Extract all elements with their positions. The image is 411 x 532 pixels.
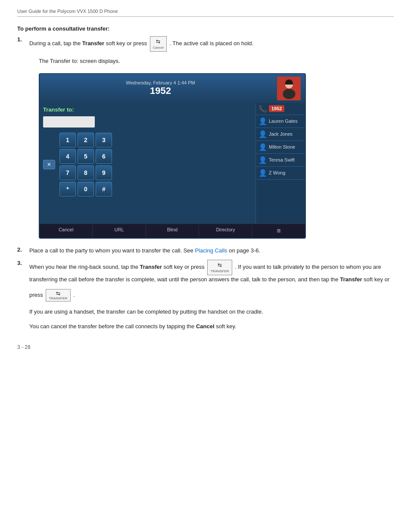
transfer-label: Transfer to: [43,106,252,113]
keypad-section: ✕ 123456789*0# [43,133,252,196]
transfer-btn-label-3: TRANSFER [49,296,67,300]
phone-datetime: Wednesday, February 4 1:44 PM [126,80,195,85]
svg-point-2 [283,89,295,99]
transfer-btn-label-2: TRANSFER [210,269,229,274]
step-1-num: 1. [17,36,29,43]
call-icon: 📞 [258,105,267,113]
main-content: To perform a consultative transfer: 1. D… [17,25,394,331]
contact-row-3[interactable]: 👤 Teresa Swift [256,154,305,167]
key-8[interactable]: 8 [78,165,94,180]
contact-name-1: Jack Jones [269,131,293,137]
phone-screen: Wednesday, February 4 1:44 PM 1952 [39,73,306,239]
step-2-text-main: Place a call to the party to whom you wa… [29,247,195,254]
placing-calls-link[interactable]: Placing Calls [195,247,227,254]
keypad-grid: 123456789*0# [59,133,112,196]
step-3: 3. When you hear the ring-back sound, ta… [17,260,394,284]
avatar-svg [278,78,300,99]
contact-row-1[interactable]: 👤 Jack Jones [256,128,305,141]
dial-input[interactable] [43,116,95,128]
contact-icon-3: 👤 [258,156,267,164]
key-9[interactable]: 9 [96,165,112,180]
step-3-before: When you hear the ring-back sound, tap t… [29,264,140,270]
para-2: You can cancel the transfer before the c… [29,322,394,331]
step-1-text-after: soft key or press [104,40,147,47]
active-call-num: 1952 [269,105,284,112]
step-2-num: 2. [17,246,29,253]
contact-name-2: Milton Stone [269,144,295,150]
active-call-row: 📞 1952 [256,103,305,115]
softkey-cancel[interactable]: Cancel [40,224,93,238]
key-7[interactable]: 7 [59,165,76,180]
para-2-bold: Cancel [196,323,215,330]
contact-name-0: Lauren Gates [269,118,298,124]
step-1-text-end: . The active call is placed on hold. [169,40,253,47]
key-*[interactable]: * [59,182,76,196]
softkey-blind[interactable]: Blind [146,224,199,238]
phone-body: Transfer to: ✕ 123456789*0# [40,103,305,224]
step-2-text2: on page 3-6. [227,247,261,254]
input-row [43,116,252,128]
section-title: To perform a consultative transfer: [17,25,394,32]
doc-header: User Guide for the Polycom VVX 1500 D Ph… [17,9,394,17]
phone-softkeys: Cancel URL Blind Directory ≡ [40,224,305,238]
contact-icon-1: 👤 [258,130,267,138]
phone-avatar [277,77,301,100]
phone-time: 1952 [150,85,171,96]
menu-icon: ≡ [277,227,280,234]
para-2-after: soft key. [215,323,237,330]
key-5[interactable]: 5 [78,149,94,164]
step-3-after: soft key or press [162,264,205,270]
phone-header: Wednesday, February 4 1:44 PM 1952 [40,74,305,103]
contact-name-4: Z Wong [269,170,285,176]
contact-icon-0: 👤 [258,117,267,125]
key-0[interactable]: 0 [78,182,94,196]
page-number: 3 - 28 [17,344,394,350]
contact-icon-4: 👤 [258,169,267,177]
contact-name-3: Teresa Swift [269,157,295,163]
key-4[interactable]: 4 [59,149,76,164]
para-2-before: You can cancel the transfer before the c… [29,323,196,330]
step-3-end: soft key or [362,276,390,283]
step-2: 2. Place a call to the party to whom you… [17,246,394,255]
screen-caption: The Transfer to: screen displays. [39,57,394,65]
step-1-text-before: During a call, tap the [29,40,82,47]
contact-row-2[interactable]: 👤 Milton Stone [256,141,305,154]
key-6[interactable]: 6 [96,149,112,164]
step-1: 1. During a call, tap the Transfer soft … [17,36,394,52]
backspace-button[interactable]: ✕ [43,160,55,169]
transfer-arrow-icon-2: ⇆ [210,261,229,269]
press-text: press [29,291,43,298]
right-sidebar: 📞 1952 👤 Lauren Gates 👤 Jack Jones 👤 Mil… [255,103,305,224]
step-3-bold: Transfer [140,264,162,270]
doc-header-text: User Guide for the Polycom VVX 1500 D Ph… [17,9,118,14]
transfer-arrow-icon: ⇆ [153,37,164,45]
key-3[interactable]: 3 [96,133,112,147]
key-#[interactable]: # [96,182,112,196]
transfer-button-inline: ⇆ Cancel [150,36,167,52]
step-3-text: When you hear the ring-back sound, tap t… [29,260,394,284]
contact-icon-2: 👤 [258,143,267,151]
key-1[interactable]: 1 [59,133,76,147]
transfer-button-inline-2: ⇆ TRANSFER [207,260,232,275]
key-2[interactable]: 2 [78,133,94,147]
transfer-arrow-icon-3: ⇆ [49,290,67,296]
left-panel: Transfer to: ✕ 123456789*0# [40,103,255,224]
step-3-press-line: press ⇆ TRANSFER . [29,289,394,302]
step-3-bold2: Transfer [340,276,362,283]
step-3-num: 3. [17,260,29,266]
transfer-button-press: ⇆ TRANSFER [46,289,70,302]
transfer-btn-label: Cancel [153,45,164,50]
contact-row-4[interactable]: 👤 Z Wong [256,167,305,180]
para-1: If you are using a handset, the transfer… [29,308,394,317]
step-1-text: During a call, tap the Transfer soft key… [29,36,253,52]
step-1-bold: Transfer [82,40,104,47]
step-2-text: Place a call to the party to whom you wa… [29,246,260,255]
softkey-directory[interactable]: Directory [199,224,252,238]
period-text: . [73,291,75,298]
softkey-url[interactable]: URL [93,224,146,238]
contact-row-0[interactable]: 👤 Lauren Gates [256,115,305,128]
softkey-menu[interactable]: ≡ [252,224,305,238]
